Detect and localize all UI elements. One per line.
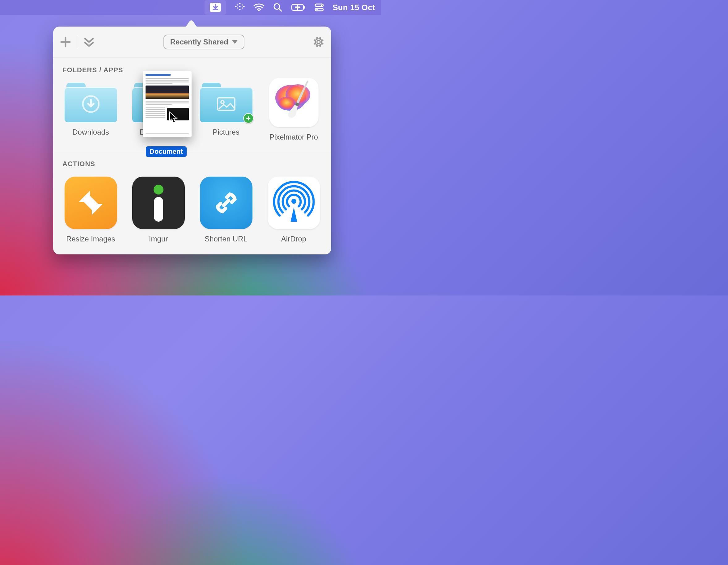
image-icon (216, 97, 236, 113)
plus-badge-icon: + (243, 113, 254, 124)
menu-grid-icon[interactable] (235, 2, 245, 12)
airdrop-icon (268, 177, 320, 229)
document-stack-icon (150, 96, 167, 113)
chevron-down-icon (232, 40, 238, 44)
filter-dropdown[interactable]: Recently Shared (163, 35, 244, 49)
target-documents[interactable]: Documents (125, 76, 192, 141)
svg-marker-3 (236, 4, 238, 6)
menu-wifi-icon[interactable] (253, 3, 265, 11)
target-downloads[interactable]: Downloads (57, 76, 124, 141)
folders-grid: Downloads Documents (53, 76, 331, 151)
action-airdrop[interactable]: AirDrop (260, 170, 327, 243)
imgur-icon (132, 177, 185, 229)
svg-rect-30 (154, 197, 163, 222)
popover-arrow (184, 20, 198, 27)
app-label: Pixelmator Pro (269, 133, 318, 141)
link-icon (200, 177, 252, 229)
menu-search-icon[interactable] (273, 3, 282, 12)
svg-point-31 (291, 199, 296, 204)
target-pictures[interactable]: + Pictures (193, 76, 259, 141)
folder-label: Documents (140, 128, 177, 137)
svg-rect-22 (154, 99, 162, 109)
svg-rect-1 (213, 9, 218, 10)
action-label: Resize Images (66, 235, 115, 243)
target-pixelmator-pro[interactable]: Pixelmator Pro (260, 76, 327, 141)
svg-marker-10 (239, 9, 241, 10)
action-label: Shorten URL (205, 235, 248, 243)
menubar-date[interactable]: Sun 15 Oct (332, 3, 375, 12)
action-imgur[interactable]: Imgur (125, 170, 192, 243)
section-folders-title: FOLDERS / APPS (53, 57, 331, 76)
actions-grid: Resize Images Imgur Shorten URL (53, 170, 331, 255)
app-icon (269, 78, 319, 127)
menubar: Sun 15 Oct (0, 0, 381, 15)
svg-point-20 (316, 9, 318, 10)
resize-icon (65, 177, 117, 229)
settings-button[interactable] (313, 36, 324, 48)
svg-marker-7 (243, 6, 245, 7)
folder-label: Pictures (213, 128, 239, 137)
download-arrow-icon (82, 95, 99, 114)
svg-marker-2 (239, 3, 241, 4)
menu-control-center-icon[interactable] (315, 3, 324, 12)
dropzone-popover: Recently Shared FOLDERS / APPS (53, 27, 331, 255)
action-label: AirDrop (281, 235, 306, 243)
toolbar: Recently Shared (53, 27, 331, 57)
folder-icon: + (200, 83, 252, 122)
svg-point-24 (221, 101, 224, 104)
action-resize-images[interactable]: Resize Images (57, 170, 124, 243)
svg-rect-16 (297, 5, 298, 10)
svg-rect-14 (304, 6, 305, 9)
svg-point-18 (321, 5, 322, 6)
svg-marker-6 (235, 6, 237, 7)
svg-point-11 (258, 10, 260, 11)
action-label: Imgur (149, 235, 168, 243)
section-actions-title: ACTIONS (53, 151, 331, 170)
menu-battery-icon[interactable] (291, 3, 306, 11)
folder-label: Downloads (72, 128, 109, 137)
svg-marker-4 (241, 4, 243, 6)
svg-marker-9 (241, 7, 243, 9)
action-shorten-url[interactable]: Shorten URL (193, 170, 259, 243)
svg-marker-5 (239, 6, 241, 7)
filter-label: Recently Shared (170, 38, 228, 46)
folder-icon (132, 83, 185, 122)
svg-marker-8 (236, 7, 238, 9)
unfold-button[interactable] (83, 36, 95, 48)
svg-point-29 (154, 185, 163, 195)
folder-icon (65, 83, 117, 122)
menu-dropzone-icon[interactable] (205, 0, 226, 15)
toolbar-separator (77, 36, 77, 48)
add-button[interactable] (60, 36, 71, 48)
